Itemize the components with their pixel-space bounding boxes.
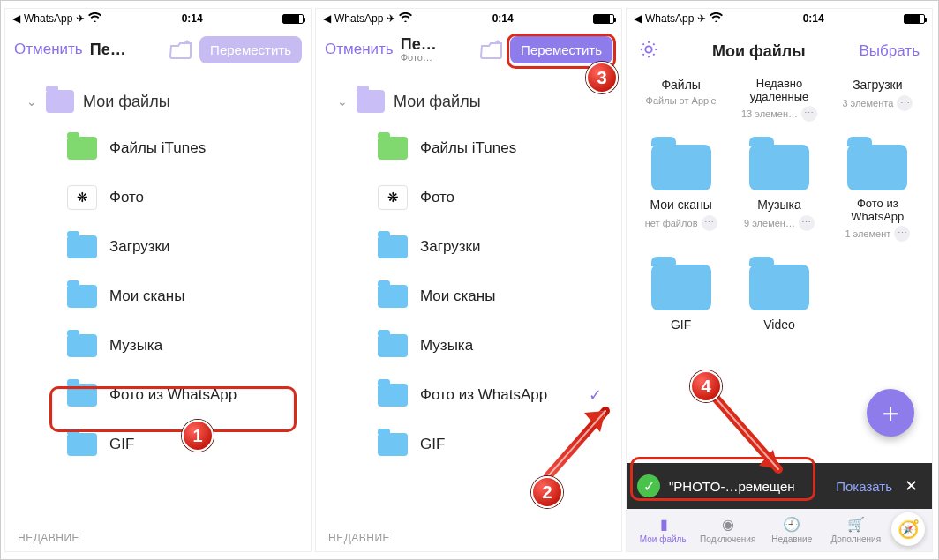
close-icon[interactable]: ✕: [901, 476, 921, 496]
nav-subtitle: Фото…: [401, 53, 437, 63]
plus-icon: ＋: [877, 395, 904, 431]
folder-row[interactable]: GIF: [14, 420, 302, 469]
cancel-button[interactable]: Отменить: [14, 41, 83, 58]
root-folder-icon: [357, 90, 385, 113]
itunes-folder-icon: [67, 137, 97, 160]
folder-label: Файлы iTunes: [109, 139, 206, 157]
screen-1: ◀ WhatsApp ✈ 0:14 Отменить Пе… + Перемес…: [4, 8, 312, 552]
folder-row[interactable]: Загрузки: [325, 222, 612, 272]
folder-label: Загрузки: [420, 238, 480, 256]
folder-label: Файлы iTunes: [420, 139, 516, 157]
cancel-button[interactable]: Отменить: [325, 41, 394, 58]
safari-compass-icon[interactable]: 🧭: [891, 512, 925, 546]
grid-cell[interactable]: Фото из WhatsApp 1 элемент⋯: [832, 129, 923, 243]
nav-bar: Мои файлы Выбрать: [627, 28, 932, 74]
grid-cell[interactable]: Загрузки 3 элемента⋯: [832, 74, 923, 123]
root-folder-row[interactable]: ⌄ Мои файлы: [325, 79, 612, 123]
folder-list: ⌄ Мои файлы Файлы iTunes ❋ Фото Загрузки…: [5, 71, 311, 469]
ellipsis-icon[interactable]: ⋯: [897, 95, 913, 111]
folder-row[interactable]: Мои сканы: [14, 272, 302, 321]
folder-row[interactable]: ❋ Фото: [325, 173, 612, 222]
status-bar: ◀ WhatsApp ✈ 0:14: [5, 9, 311, 28]
battery-icon: [904, 14, 925, 24]
airplane-icon: ✈: [76, 12, 85, 25]
tab-connections[interactable]: ◉ Подключения: [696, 517, 761, 544]
folder-icon: [378, 285, 408, 308]
tab-label: Мои файлы: [640, 534, 688, 544]
folder-icon: [67, 285, 97, 308]
nav-bar: Отменить Пе… Фото… + Переместить: [316, 28, 621, 71]
folder-title: Мои сканы: [650, 198, 712, 213]
new-folder-icon[interactable]: +: [169, 40, 192, 59]
ellipsis-icon[interactable]: ⋯: [894, 226, 910, 242]
move-button[interactable]: Переместить: [199, 36, 302, 63]
grid-cell[interactable]: GIF: [635, 249, 726, 335]
grid-cell[interactable]: Файлы Файлы от Apple: [635, 74, 726, 123]
folder-icon: [378, 433, 408, 456]
back-chevron-icon: ◀: [323, 12, 331, 25]
folder-label: Музыка: [109, 337, 162, 355]
folder-icon: [651, 265, 711, 310]
airplane-icon: ✈: [697, 12, 706, 25]
photos-icon: ❋: [67, 185, 97, 210]
grid-cell[interactable]: Недавно удаленные 13 элемен…⋯: [733, 74, 824, 123]
back-app-label[interactable]: WhatsApp: [24, 12, 72, 25]
back-app-label[interactable]: WhatsApp: [334, 12, 383, 25]
folder-meta: 9 элемен…: [744, 218, 795, 228]
itunes-folder-icon: [378, 137, 408, 160]
gear-icon[interactable]: [639, 40, 658, 63]
toast-show-button[interactable]: Показать: [836, 479, 892, 494]
clock-icon: 🕘: [783, 517, 800, 533]
tab-addons[interactable]: 🛒 Дополнения: [824, 517, 889, 544]
folder-row[interactable]: ❋ Фото: [14, 173, 302, 222]
tab-my-files[interactable]: ▮ Мои файлы: [632, 517, 696, 544]
back-app-label[interactable]: WhatsApp: [645, 12, 694, 25]
folder-icon: [67, 384, 97, 407]
status-bar: ◀ WhatsApp ✈ 0:14: [627, 9, 932, 28]
nav-bar: Отменить Пе… + Переместить: [5, 28, 311, 71]
nav-title: Пе…: [401, 36, 437, 53]
step-badge-4: 4: [690, 370, 722, 402]
grid-cell[interactable]: Video: [733, 249, 824, 335]
grid-cell[interactable]: Мои сканы нет файлов⋯: [635, 129, 726, 243]
back-chevron-icon: ◀: [634, 12, 642, 25]
wifi-icon: [710, 12, 723, 25]
folder-row[interactable]: Загрузки: [14, 222, 302, 272]
folder-label: Мои сканы: [109, 287, 184, 305]
folder-label: Мои сканы: [420, 287, 495, 305]
folder-title: Недавно удаленные: [733, 78, 824, 104]
folder-row[interactable]: Фото из WhatsApp: [14, 370, 302, 420]
folder-row[interactable]: Мои сканы: [325, 272, 612, 321]
folder-row[interactable]: Файлы iTunes: [14, 123, 302, 173]
move-button[interactable]: Переместить: [510, 36, 612, 63]
folder-icon: [378, 235, 408, 258]
folder-row[interactable]: Музыка: [14, 321, 302, 370]
status-time: 0:14: [412, 12, 593, 25]
grid-cell[interactable]: Музыка 9 элемен…⋯: [733, 129, 824, 243]
cart-icon: 🛒: [847, 517, 865, 533]
ellipsis-icon[interactable]: ⋯: [799, 215, 815, 231]
tab-label: Дополнения: [830, 534, 881, 544]
page-title: Мои файлы: [658, 42, 860, 61]
tab-label: Подключения: [700, 534, 755, 544]
grid-cell-empty: [832, 249, 923, 335]
photos-icon: ❋: [378, 185, 408, 210]
folder-label: Загрузки: [109, 238, 169, 256]
select-button[interactable]: Выбрать: [860, 42, 920, 60]
tab-recent[interactable]: 🕘 Недавние: [760, 517, 824, 544]
tab-label: Недавние: [771, 534, 812, 544]
folder-title: Фото из WhatsApp: [832, 198, 923, 224]
folder-meta: 1 элемент: [845, 228, 890, 239]
folder-row[interactable]: Файлы iTunes: [325, 123, 612, 173]
folder-row[interactable]: Музыка: [325, 321, 612, 370]
root-folder-row[interactable]: ⌄ Мои файлы: [14, 79, 302, 123]
new-folder-icon[interactable]: +: [480, 40, 503, 59]
tutorial-container: ◀ WhatsApp ✈ 0:14 Отменить Пе… + Перемес…: [0, 0, 939, 560]
screen-3: ◀ WhatsApp ✈ 0:14 Мои файлы Выбрать Файл: [626, 8, 933, 552]
folder-meta: 3 элемента: [842, 98, 893, 108]
ellipsis-icon[interactable]: ⋯: [801, 106, 817, 122]
ellipsis-icon[interactable]: ⋯: [702, 215, 717, 231]
folder-icon: [67, 433, 97, 456]
add-button[interactable]: ＋: [867, 389, 914, 437]
folder-label: Фото: [109, 189, 144, 206]
